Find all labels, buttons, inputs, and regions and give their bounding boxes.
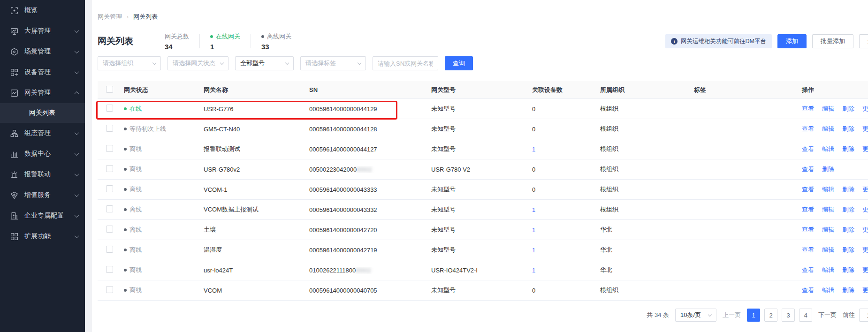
row-checkbox[interactable] [106, 145, 113, 152]
row-checkbox[interactable] [106, 125, 113, 132]
gateway-status-select[interactable]: 请选择网关状态 [168, 56, 228, 70]
row-checkbox[interactable] [106, 286, 113, 293]
action-more[interactable]: 更多 [862, 287, 868, 294]
action-delete[interactable]: 删除 [842, 246, 854, 253]
prev-page-button[interactable]: 上一页 [721, 311, 743, 319]
sidebar-item-config[interactable]: 组态管理 [0, 123, 85, 143]
chevron-down-icon [75, 49, 79, 53]
stat-offline-value: 33 [261, 43, 291, 51]
action-edit[interactable]: 编辑 [822, 266, 834, 273]
sidebar-item-screen[interactable]: 大屏管理 [0, 21, 85, 41]
censored-sn-fragment: 0002 [357, 166, 372, 173]
action-edit[interactable]: 编辑 [822, 186, 834, 193]
linked-devices-count[interactable]: 1 [532, 146, 535, 153]
offline-dot-icon [261, 35, 264, 38]
linked-devices-count[interactable]: 1 [532, 226, 535, 234]
sn-search-input[interactable] [378, 60, 433, 67]
batch-add-button[interactable]: 批量添加 [812, 34, 853, 48]
action-edit[interactable]: 编辑 [822, 206, 834, 213]
sidebar-item-alarm[interactable]: 报警联动 [0, 164, 85, 185]
action-delete[interactable]: 删除 [842, 105, 854, 112]
gateway-sn: 00059614000000044128 [304, 126, 426, 133]
row-checkbox[interactable] [106, 205, 113, 212]
action-view[interactable]: 查看 [802, 246, 814, 253]
table-header-row: 网关状态 网关名称 SN 网关型号 关联设备数 所属组织 标签 操作 [98, 81, 868, 99]
action-delete[interactable]: 删除 [842, 226, 854, 233]
action-more[interactable]: 更多 [862, 125, 868, 132]
action-more[interactable]: 更多 [862, 206, 868, 213]
action-delete[interactable]: 删除 [842, 145, 854, 152]
status-dot-icon [124, 249, 127, 251]
action-edit[interactable]: 编辑 [822, 145, 834, 152]
action-edit[interactable]: 编辑 [822, 105, 834, 112]
linked-devices-count[interactable]: 1 [532, 247, 535, 254]
page-number-list: 1234 [747, 309, 812, 322]
breadcrumb-parent[interactable]: 网关管理 [98, 13, 122, 21]
online-dot-icon [210, 35, 213, 38]
action-delete[interactable]: 删除 [842, 266, 854, 273]
page-size-select[interactable]: 10条/页 [675, 309, 716, 322]
sidebar-item-device[interactable]: 设备管理 [0, 62, 85, 83]
action-view[interactable]: 查看 [802, 226, 814, 233]
page-button-4[interactable]: 4 [799, 309, 812, 322]
action-edit[interactable]: 编辑 [822, 287, 834, 294]
action-more[interactable]: 更多 [862, 226, 868, 233]
table-row: 离线USR-G780v2005002230420000002USR-G780 V… [98, 159, 868, 180]
action-view[interactable]: 查看 [802, 125, 814, 132]
action-view[interactable]: 查看 [802, 166, 814, 173]
action-delete[interactable]: 删除 [842, 287, 854, 294]
action-edit[interactable]: 编辑 [822, 246, 834, 253]
row-checkbox[interactable] [106, 226, 113, 233]
sidebar-item-extension[interactable]: 扩展功能 [0, 226, 85, 247]
linked-devices-count[interactable]: 1 [532, 206, 535, 213]
action-view[interactable]: 查看 [802, 105, 814, 112]
select-all-checkbox[interactable] [106, 86, 113, 93]
page-button-3[interactable]: 3 [782, 309, 795, 322]
sidebar-item-label: 设备管理 [24, 68, 75, 76]
row-checkbox[interactable] [106, 185, 113, 192]
tag-select[interactable]: 请选择标签 [300, 56, 366, 70]
delete-button[interactable]: 删除 [859, 34, 868, 48]
sidebar-subitem-gateway-list[interactable]: 网关列表 [0, 103, 85, 123]
sidebar-item-gateway[interactable]: 网关管理 [0, 83, 85, 103]
action-more[interactable]: 更多 [862, 145, 868, 152]
gateway-icon [10, 89, 18, 97]
status-dot-icon [124, 128, 127, 130]
action-edit[interactable]: 编辑 [822, 125, 834, 132]
action-view[interactable]: 查看 [802, 287, 814, 294]
action-delete[interactable]: 删除 [822, 166, 834, 173]
row-checkbox[interactable] [106, 105, 113, 112]
sidebar-item-data[interactable]: 数据中心 [0, 143, 85, 164]
linked-devices-count[interactable]: 1 [532, 267, 535, 274]
action-more[interactable]: 更多 [862, 186, 868, 193]
action-more[interactable]: 更多 [862, 266, 868, 273]
page-button-2[interactable]: 2 [764, 309, 777, 322]
row-checkbox[interactable] [106, 266, 113, 273]
action-view[interactable]: 查看 [802, 266, 814, 273]
action-edit[interactable]: 编辑 [822, 226, 834, 233]
sidebar-item-enterprise[interactable]: 企业专属配置 [0, 205, 85, 226]
status-dot-icon [124, 228, 127, 231]
action-more[interactable]: 更多 [862, 105, 868, 112]
add-gateway-button[interactable]: 添加 [777, 34, 807, 48]
sidebar-item-vas[interactable]: 增值服务 [0, 185, 85, 205]
row-checkbox[interactable] [106, 165, 113, 172]
action-delete[interactable]: 删除 [842, 125, 854, 132]
action-view[interactable]: 查看 [802, 145, 814, 152]
action-view[interactable]: 查看 [802, 186, 814, 193]
goto-page-input[interactable] [859, 309, 868, 322]
row-checkbox[interactable] [106, 246, 113, 253]
model-select[interactable]: 全部型号 [235, 56, 294, 70]
page-button-1[interactable]: 1 [747, 309, 760, 322]
sidebar-item-scene[interactable]: 场景管理 [0, 41, 85, 62]
action-view[interactable]: 查看 [802, 206, 814, 213]
action-delete[interactable]: 删除 [842, 206, 854, 213]
action-more[interactable]: 更多 [862, 246, 868, 253]
sidebar-item-overview[interactable]: 概览 [0, 0, 85, 21]
org-select[interactable]: 请选择组织 [98, 56, 161, 70]
sidebar: 概览大屏管理场景管理设备管理网关管理网关列表组态管理数据中心报警联动增值服务企业… [0, 0, 85, 332]
row-actions: 查看编辑删除更多 [796, 145, 868, 153]
query-button[interactable]: 查询 [445, 56, 473, 70]
next-page-button[interactable]: 下一页 [816, 311, 838, 319]
action-delete[interactable]: 删除 [842, 186, 854, 193]
